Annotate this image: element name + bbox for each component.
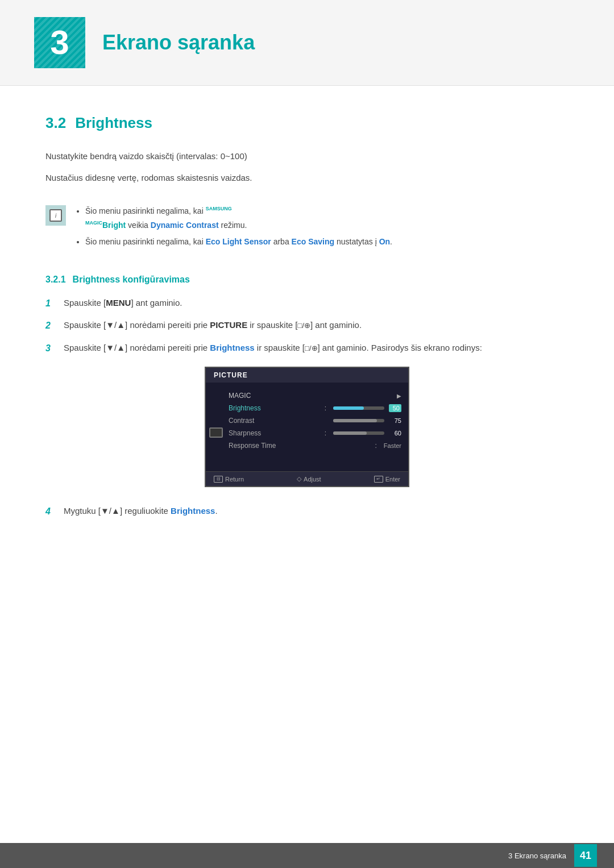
menu-items: MAGIC ▶ Brightness : 50 — [226, 387, 408, 467]
screen-mockup-wrapper: PICTURE MAGIC ▶ Brightness — [45, 367, 569, 487]
tv-icon — [209, 427, 223, 438]
sharpness-slider — [333, 431, 384, 435]
step-3: 3 Spauskite [▼/▲] norėdami pereiti prie … — [45, 341, 569, 356]
note-item-2: Šio meniu pasirinkti negalima, kai Eco L… — [85, 235, 392, 249]
footer-chapter-ref: 3 Ekrano sąranka — [508, 852, 566, 860]
return-btn: ⊟ Return — [214, 475, 244, 483]
adjust-btn: ◇ Adjust — [297, 475, 321, 483]
note-box: i Šio meniu pasirinkti negalima, kai SAM… — [45, 198, 569, 258]
chapter-title: Ekrano sąranka — [102, 31, 255, 55]
subsection-number: 3.2.1 — [45, 275, 66, 285]
section-number: 3.2 — [45, 114, 66, 132]
subsection-heading: 3.2.1 Brightness konfigūravimas — [45, 275, 569, 285]
step-4: 4 Mygtuku [▼/▲] reguliuokite Brightness. — [45, 504, 569, 519]
menu-header: PICTURE — [206, 368, 408, 383]
section-heading: 3.2 Brightness — [45, 114, 569, 132]
step-2: 2 Spauskite [▼/▲] norėdami pereiti prie … — [45, 318, 569, 333]
menu-item-magic: MAGIC ▶ — [226, 389, 408, 402]
screen-mockup: PICTURE MAGIC ▶ Brightness — [205, 367, 409, 487]
footer-page-number: 41 — [574, 844, 597, 867]
subsection-title: Brightness konfigūravimas — [73, 275, 190, 285]
menu-item-response-time: Response Time : Faster — [226, 439, 408, 452]
steps-list: 1 Spauskite [MENU] ant gaminio. 2 Spausk… — [45, 296, 569, 356]
main-content: 3.2 Brightness Nustatykite bendrą vaizdo… — [0, 86, 614, 572]
contrast-slider — [333, 419, 384, 422]
menu-body: MAGIC ▶ Brightness : 50 — [206, 383, 408, 471]
chapter-number-block: 3 — [34, 17, 85, 68]
note-icon-inner: i — [49, 209, 62, 222]
intro-line-1: Nustatykite bendrą vaizdo skaisčtį (inte… — [45, 149, 569, 164]
intro-line-2: Nustačius didesnę vertę, rodomas skaiste… — [45, 171, 569, 185]
chapter-number: 3 — [50, 26, 69, 60]
section-title: Brightness — [75, 114, 152, 132]
enter-btn: ↵ Enter — [374, 475, 400, 483]
step-1: 1 Spauskite [MENU] ant gaminio. — [45, 296, 569, 311]
page-header: 3 Ekrano sąranka — [0, 0, 614, 86]
brightness-slider — [333, 406, 384, 410]
menu-item-contrast: Contrast 75 — [226, 414, 408, 427]
page-footer: 3 Ekrano sąranka 41 — [0, 843, 614, 868]
menu-item-sharpness: Sharpness : 60 — [226, 427, 408, 439]
note-item-1: Šio meniu pasirinkti negalima, kai SAMSU… — [85, 204, 392, 232]
menu-item-brightness: Brightness : 50 — [226, 402, 408, 414]
note-list: Šio meniu pasirinkti negalima, kai SAMSU… — [75, 204, 392, 252]
menu-left-icon — [206, 387, 226, 467]
note-icon: i — [45, 205, 66, 226]
screen-bottom-bar: ⊟ Return ◇ Adjust ↵ Enter — [206, 471, 408, 486]
